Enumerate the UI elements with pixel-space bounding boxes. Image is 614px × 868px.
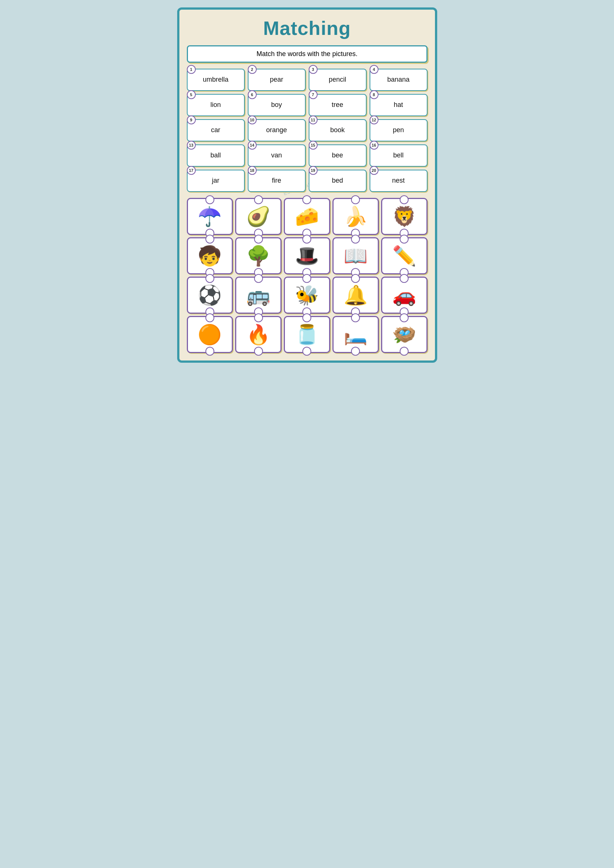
picture-card-jar: 🫙 xyxy=(284,316,330,353)
picture-emoji: 🪺 xyxy=(392,325,417,344)
picture-emoji: 🚗 xyxy=(392,285,417,305)
word-card: 19bed xyxy=(309,170,367,192)
pictures-section: ☂️🥑🧀🍌🦁🧒🌳🎩📖✏️⚽🚌🐝🔔🚗🟠🔥🫙🛏️🪺 xyxy=(187,198,427,353)
word-text: fire xyxy=(272,177,281,184)
pictures-grid: ☂️🥑🧀🍌🦁🧒🌳🎩📖✏️⚽🚌🐝🔔🚗🟠🔥🫙🛏️🪺 xyxy=(187,198,427,353)
word-number: 4 xyxy=(370,65,379,74)
picture-card-ball: ⚽ xyxy=(187,277,233,314)
word-number: 15 xyxy=(309,141,317,150)
word-card: 11book xyxy=(309,119,367,141)
word-text: tree xyxy=(332,101,343,109)
picture-card-boy: 🧒 xyxy=(187,237,233,274)
word-number: 7 xyxy=(309,90,317,99)
picture-card-hat: 🎩 xyxy=(284,237,330,274)
picture-emoji: 🟠 xyxy=(197,325,222,344)
instruction-text: Match the words with the pictures. xyxy=(256,50,358,57)
picture-card-banana: 🍌 xyxy=(333,198,379,235)
picture-card-nest: 🪺 xyxy=(381,316,427,353)
word-card: 13ball xyxy=(187,144,245,167)
word-text: nest xyxy=(392,177,404,184)
word-card: 5lion xyxy=(187,94,245,116)
word-number: 8 xyxy=(370,90,379,99)
word-card: 20nest xyxy=(370,170,427,192)
word-card: 15bee xyxy=(309,144,367,167)
word-text: hat xyxy=(394,101,403,109)
word-card: 4banana xyxy=(370,69,427,91)
word-text: pear xyxy=(270,76,283,84)
page-title: Matching xyxy=(187,17,427,39)
word-text: bed xyxy=(332,177,343,184)
word-number: 5 xyxy=(187,90,196,99)
picture-emoji: 🦁 xyxy=(392,207,417,226)
word-card: 3pencil xyxy=(309,69,367,91)
picture-card-orange: 🟠 xyxy=(187,316,233,353)
picture-emoji: 🌳 xyxy=(246,246,270,265)
word-text: umbrella xyxy=(203,76,229,84)
picture-emoji: ✏️ xyxy=(392,246,417,265)
word-card: 8hat xyxy=(370,94,427,116)
picture-card-bee: 🐝 xyxy=(284,277,330,314)
word-card: 9car xyxy=(187,119,245,141)
word-card: 12pen xyxy=(370,119,427,141)
word-card: 2pear xyxy=(248,69,306,91)
word-number: 14 xyxy=(248,141,256,150)
picture-emoji: 📖 xyxy=(344,246,368,265)
picture-card-book: 📖 xyxy=(333,237,379,274)
picture-emoji: 🍌 xyxy=(344,207,368,226)
picture-emoji: 🫙 xyxy=(295,325,319,344)
picture-emoji: 🎩 xyxy=(295,246,319,265)
word-text: boy xyxy=(271,101,282,109)
instruction-box: Match the words with the pictures. xyxy=(187,45,427,63)
word-number: 2 xyxy=(248,65,256,74)
word-text: orange xyxy=(266,126,287,134)
word-card: 17jar xyxy=(187,170,245,192)
word-number: 18 xyxy=(248,166,256,175)
word-number: 10 xyxy=(248,115,256,124)
word-card: 6boy xyxy=(248,94,306,116)
word-text: banana xyxy=(387,76,409,84)
word-number: 1 xyxy=(187,65,196,74)
word-text: bee xyxy=(332,152,343,159)
picture-card-bed: 🛏️ xyxy=(333,316,379,353)
picture-emoji: 🔔 xyxy=(344,285,368,305)
word-number: 17 xyxy=(187,166,196,175)
picture-card-lion: 🦁 xyxy=(381,198,427,235)
picture-emoji: 🧀 xyxy=(295,207,319,226)
word-text: pencil xyxy=(329,76,346,84)
picture-emoji: 🥑 xyxy=(246,207,270,226)
picture-emoji: 🧒 xyxy=(197,246,222,265)
word-number: 19 xyxy=(309,166,317,175)
word-number: 6 xyxy=(248,90,256,99)
word-card: 1umbrella xyxy=(187,69,245,91)
picture-emoji: 🔥 xyxy=(246,325,270,344)
words-grid: 1umbrella2pear3pencil4banana5lion6boy7tr… xyxy=(187,69,427,192)
word-number: 9 xyxy=(187,115,196,124)
page: ESLprintables.com Matching Match the wor… xyxy=(177,8,437,363)
picture-card-pear: 🥑 xyxy=(235,198,281,235)
word-text: car xyxy=(211,126,220,134)
word-text: bell xyxy=(393,152,403,159)
picture-card-umbrella: ☂️ xyxy=(187,198,233,235)
word-text: lion xyxy=(210,101,221,109)
word-card: 16bell xyxy=(370,144,427,167)
word-number: 13 xyxy=(187,141,196,150)
picture-emoji: ⚽ xyxy=(197,285,222,305)
word-card: 14van xyxy=(248,144,306,167)
picture-card-car: 🚗 xyxy=(381,277,427,314)
word-text: ball xyxy=(210,152,221,159)
picture-emoji: 🛏️ xyxy=(344,325,368,344)
word-number: 11 xyxy=(309,115,317,124)
word-card: 10orange xyxy=(248,119,306,141)
word-card: 18fire xyxy=(248,170,306,192)
picture-card-pencil: ✏️ xyxy=(381,237,427,274)
word-number: 16 xyxy=(370,141,379,150)
word-text: book xyxy=(330,126,345,134)
word-number: 3 xyxy=(309,65,317,74)
picture-card-bell: 🔔 xyxy=(333,277,379,314)
picture-card-van: 🚌 xyxy=(235,277,281,314)
word-text: pen xyxy=(393,126,404,134)
word-number: 12 xyxy=(370,115,379,124)
picture-emoji: 🚌 xyxy=(246,285,270,305)
word-number: 20 xyxy=(370,166,379,175)
picture-emoji: ☂️ xyxy=(197,207,222,226)
